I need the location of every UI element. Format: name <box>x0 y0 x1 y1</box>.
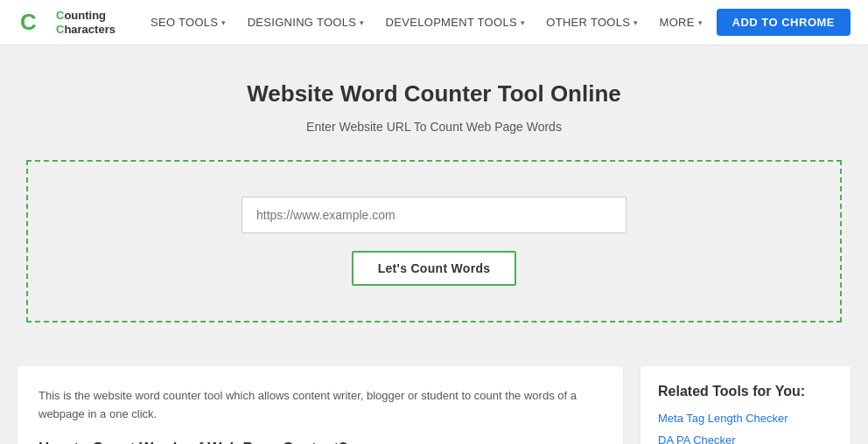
nav-development-tools[interactable]: DEVELOPMENT TOOLS ▾ <box>377 0 535 45</box>
page-title: Website Word Counter Tool Online <box>18 80 850 108</box>
main-area: Website Word Counter Tool Online Enter W… <box>0 45 868 349</box>
tool-box: Let's Count Words <box>26 160 842 323</box>
sidebar-link-meta-tag[interactable]: Meta Tag Length Checker <box>658 412 833 425</box>
how-to-title: How to Count Words of Web Page Content? <box>38 440 602 444</box>
nav-other-tools-arrow: ▾ <box>634 18 638 27</box>
svg-text:C: C <box>20 9 37 35</box>
logo[interactable]: C CountingCharacters <box>18 6 116 39</box>
content-card: This is the website word counter tool wh… <box>18 366 623 444</box>
logo-text: CountingCharacters <box>56 9 116 36</box>
bottom-section: This is the website word counter tool wh… <box>0 349 868 444</box>
logo-icon: C <box>18 6 51 39</box>
nav-development-tools-arrow: ▾ <box>521 18 525 27</box>
main-nav: SEO TOOLS ▾ DESIGNING TOOLS ▾ DEVELOPMEN… <box>142 0 717 45</box>
count-words-button[interactable]: Let's Count Words <box>352 251 517 286</box>
header: C CountingCharacters SEO TOOLS ▾ DESIGNI… <box>0 0 868 45</box>
nav-seo-tools[interactable]: SEO TOOLS ▾ <box>142 0 235 45</box>
page-subtitle: Enter Website URL To Count Web Page Word… <box>18 120 850 134</box>
url-input[interactable] <box>242 197 626 233</box>
add-to-chrome-button[interactable]: ADD TO CHROME <box>717 9 850 36</box>
nav-more[interactable]: MORE ▾ <box>651 0 712 45</box>
nav-designing-tools[interactable]: DESIGNING TOOLS ▾ <box>239 0 374 45</box>
nav-more-arrow: ▾ <box>698 18 703 27</box>
tool-description: This is the website word counter tool wh… <box>38 387 602 424</box>
nav-other-tools[interactable]: OTHER TOOLS ▾ <box>537 0 647 45</box>
nav-seo-tools-arrow: ▾ <box>221 18 226 27</box>
nav-designing-tools-arrow: ▾ <box>360 18 364 27</box>
sidebar-link-da-pa[interactable]: DA PA Checker <box>658 434 833 444</box>
sidebar-title: Related Tools for You: <box>658 384 833 399</box>
sidebar-card: Related Tools for You: Meta Tag Length C… <box>640 366 850 444</box>
